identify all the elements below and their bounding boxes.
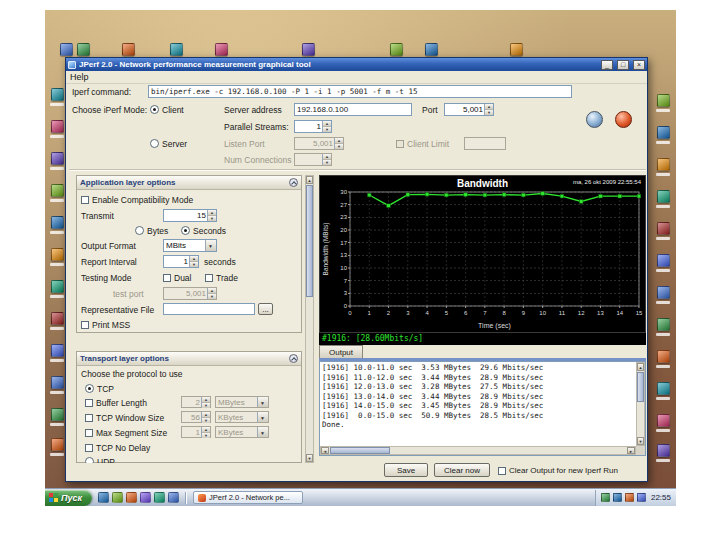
save-button[interactable]: Save: [384, 463, 428, 477]
spinner-arrows-icon[interactable]: [322, 154, 331, 165]
max-segment-spinner[interactable]: 1: [181, 426, 211, 438]
tab-output[interactable]: Output: [319, 345, 363, 358]
desktop-icon[interactable]: [49, 216, 65, 234]
tcp-no-delay-checkbox[interactable]: TCP No Delay: [85, 442, 150, 453]
report-interval-spinner[interactable]: 1: [163, 255, 199, 268]
parallel-streams-spinner[interactable]: 1: [294, 120, 332, 133]
dual-checkbox[interactable]: Dual: [163, 272, 191, 283]
start-button[interactable]: Пуск: [45, 490, 92, 506]
bytes-radio[interactable]: Bytes: [135, 225, 168, 236]
desktop-icon[interactable]: [58, 43, 74, 56]
desktop-icon[interactable]: [49, 376, 65, 394]
server-mode-radio[interactable]: Server: [150, 138, 187, 149]
clear-now-button[interactable]: Clear now: [434, 463, 490, 477]
desktop-icon[interactable]: [655, 222, 671, 240]
spinner-arrows-icon[interactable]: [207, 288, 216, 299]
desktop-icon[interactable]: [49, 408, 65, 426]
spinner-down-icon[interactable]: [335, 144, 343, 149]
quicklaunch-icon[interactable]: [126, 492, 137, 503]
tray-icon[interactable]: [601, 493, 610, 502]
tcp-window-spinner[interactable]: 56: [181, 411, 211, 423]
tcp-radio[interactable]: TCP: [85, 383, 114, 394]
minimize-button[interactable]: _: [601, 60, 613, 70]
desktop-icon[interactable]: [508, 43, 524, 56]
maximize-button[interactable]: □: [617, 60, 629, 70]
desktop-icon[interactable]: [655, 350, 671, 368]
tcp-window-checkbox[interactable]: TCP Window Size: [85, 412, 164, 423]
clear-output-checkbox[interactable]: Clear Output for new Iperf Run: [498, 465, 618, 476]
spinner-arrows-icon[interactable]: [207, 210, 216, 221]
spinner-arrows-icon[interactable]: [201, 427, 210, 437]
compat-mode-checkbox[interactable]: Enable Compatibility Mode: [81, 194, 193, 205]
iperf-command-input[interactable]: bin/iperf.exe -c 192.168.0.100 -P 1 -i 1…: [148, 85, 572, 98]
scrollbar-thumb[interactable]: [330, 447, 390, 454]
run-iperf-button[interactable]: [586, 111, 603, 128]
spinner-arrows-icon[interactable]: [322, 121, 331, 132]
client-limit-input[interactable]: [464, 137, 506, 150]
max-segment-checkbox[interactable]: Max Segment Size: [85, 427, 167, 438]
desktop-icon[interactable]: [655, 158, 671, 176]
desktop-icon[interactable]: [655, 382, 671, 400]
client-mode-radio[interactable]: Client: [150, 104, 184, 115]
transmit-spinner[interactable]: 15: [163, 209, 217, 222]
scrollbar-thumb[interactable]: [637, 372, 644, 402]
desktop-icon[interactable]: [49, 248, 65, 266]
spinner-down-icon[interactable]: [323, 127, 331, 132]
spinner-down-icon[interactable]: [190, 262, 198, 267]
spinner-down-icon[interactable]: [202, 403, 210, 408]
desktop-icon[interactable]: [655, 286, 671, 304]
desktop-icon[interactable]: [655, 126, 671, 144]
scrollbar-thumb[interactable]: [306, 185, 313, 297]
buffer-length-spinner[interactable]: 2: [181, 396, 211, 408]
browse-button[interactable]: ...: [258, 303, 273, 315]
desktop-icon[interactable]: [75, 43, 91, 56]
desktop-icon[interactable]: [655, 318, 671, 336]
desktop-icon[interactable]: [213, 43, 229, 56]
window-titlebar[interactable]: JPerf 2.0 - Network performance measurem…: [66, 58, 647, 71]
collapse-icon[interactable]: [289, 354, 298, 363]
dropdown-arrow-icon[interactable]: [257, 427, 268, 437]
server-address-input[interactable]: 192.168.0.100: [294, 103, 412, 116]
test-port-spinner[interactable]: 5,001: [163, 287, 217, 300]
quicklaunch-icon[interactable]: [154, 492, 165, 503]
desktop-icon[interactable]: [655, 414, 671, 432]
output-console[interactable]: [1916] 10.0-11.0 sec 3.53 MBytes 29.6 Mb…: [319, 361, 646, 456]
spinner-down-icon[interactable]: [202, 418, 210, 423]
scroll-down-icon[interactable]: [637, 437, 644, 445]
scroll-down-icon[interactable]: [306, 454, 313, 462]
desktop-icon[interactable]: [300, 43, 316, 56]
tray-icon[interactable]: [637, 493, 646, 502]
representative-file-input[interactable]: [163, 303, 255, 315]
desktop-icon[interactable]: [655, 190, 671, 208]
num-connections-spinner[interactable]: [294, 153, 332, 166]
spinner-arrows-icon[interactable]: [484, 104, 493, 115]
collapse-icon[interactable]: [289, 178, 298, 187]
desktop-icon[interactable]: [49, 184, 65, 202]
desktop-icon[interactable]: [49, 438, 65, 456]
desktop-icon[interactable]: [49, 152, 65, 170]
seconds-radio[interactable]: Seconds: [181, 225, 226, 236]
udp-radio[interactable]: UDP: [85, 456, 115, 463]
application-options-header[interactable]: Application layer options: [77, 176, 301, 190]
buffer-length-unit-select[interactable]: MBytes: [215, 396, 269, 408]
tray-icon[interactable]: [625, 493, 634, 502]
scroll-up-icon[interactable]: [306, 176, 313, 184]
port-spinner[interactable]: 5,001: [444, 103, 494, 116]
desktop-icon[interactable]: [655, 444, 671, 462]
transport-options-header[interactable]: Transport layer options: [77, 352, 301, 366]
stop-iperf-button[interactable]: [615, 111, 632, 128]
close-button[interactable]: ×: [633, 60, 645, 70]
client-limit-checkbox[interactable]: Client Limit: [396, 138, 449, 149]
output-format-select[interactable]: MBits: [163, 239, 217, 252]
print-mss-checkbox[interactable]: Print MSS: [81, 319, 130, 330]
desktop-icon[interactable]: [49, 280, 65, 298]
listen-port-spinner[interactable]: 5,001: [294, 137, 344, 150]
desktop-icon[interactable]: [120, 43, 136, 56]
buffer-length-checkbox[interactable]: Buffer Length: [85, 397, 147, 408]
desktop-icon[interactable]: [655, 94, 671, 112]
desktop-icon[interactable]: [49, 88, 65, 106]
spinner-arrows-icon[interactable]: [201, 412, 210, 422]
tcp-window-unit-select[interactable]: KBytes: [215, 411, 269, 423]
desktop-icon[interactable]: [388, 43, 404, 56]
spinner-down-icon[interactable]: [208, 216, 216, 221]
